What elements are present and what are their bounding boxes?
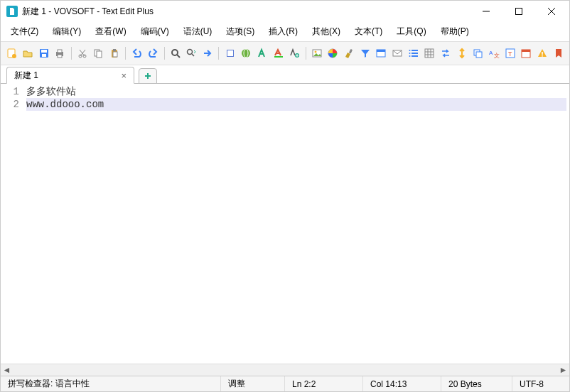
toolbar-separator [125, 47, 126, 60]
scroll-right-icon[interactable]: ► [557, 364, 569, 376]
svg-text:T: T [508, 50, 512, 58]
text-line-current: www.ddooo.com [26, 98, 566, 111]
undo-icon[interactable] [130, 45, 144, 61]
toolbar-separator [218, 47, 219, 60]
svg-text:A: A [489, 50, 493, 56]
toolbar-separator [164, 47, 165, 60]
find-icon[interactable] [168, 45, 182, 61]
svg-rect-27 [227, 50, 233, 56]
save-icon[interactable] [37, 45, 50, 61]
svg-line-23 [177, 55, 180, 58]
svg-rect-45 [425, 49, 434, 58]
line-gutter: 1 2 [1, 84, 23, 364]
scroll-track[interactable] [13, 364, 557, 376]
svg-rect-37 [377, 50, 385, 52]
brush-icon[interactable] [343, 45, 356, 61]
close-button[interactable] [535, 1, 568, 22]
window-icon[interactable] [375, 45, 388, 61]
image-icon[interactable] [310, 45, 323, 61]
minimize-button[interactable] [470, 1, 502, 22]
copy-icon[interactable] [92, 45, 105, 61]
menu-file[interactable]: 文件(Z) [4, 23, 45, 40]
menu-syntax[interactable]: 语法(U) [176, 23, 220, 40]
svg-rect-59 [542, 55, 543, 57]
svg-rect-8 [41, 50, 47, 53]
warning-icon[interactable] [536, 45, 549, 61]
svg-text:文: 文 [494, 53, 500, 59]
svg-rect-18 [97, 51, 102, 58]
sort-icon[interactable] [455, 45, 468, 61]
text-line: 多多软件站 [26, 85, 566, 98]
menu-text[interactable]: 文本(T) [348, 23, 389, 40]
book-icon[interactable] [223, 45, 237, 61]
new-file-icon[interactable] [5, 45, 18, 61]
maximize-button[interactable] [502, 1, 535, 22]
goto-icon[interactable] [201, 45, 215, 61]
svg-rect-58 [542, 52, 543, 55]
app-icon [6, 6, 18, 17]
print-icon[interactable] [53, 45, 67, 61]
status-bytes: 20 Bytes [441, 376, 512, 391]
svg-point-33 [314, 51, 316, 53]
redo-icon[interactable] [146, 45, 160, 61]
svg-rect-35 [349, 49, 353, 54]
status-spellcheck[interactable]: 拼写检查器: 语言中性 [1, 376, 221, 391]
tab-bar: 新建 1 × [1, 65, 569, 84]
tab-active[interactable]: 新建 1 × [6, 67, 134, 84]
tab-close-icon[interactable]: × [121, 70, 127, 81]
grid-icon[interactable] [423, 45, 436, 61]
duplicate-icon[interactable] [471, 45, 485, 61]
font-color-icon[interactable] [271, 45, 285, 61]
font-icon[interactable] [256, 45, 269, 61]
filter-icon[interactable] [358, 45, 372, 61]
menu-other[interactable]: 其他(X) [305, 23, 348, 40]
svg-point-22 [172, 50, 178, 55]
svg-rect-51 [476, 52, 482, 58]
cut-icon[interactable] [75, 45, 89, 61]
svg-rect-30 [274, 56, 283, 58]
svg-line-16 [80, 50, 85, 56]
svg-rect-9 [42, 54, 46, 57]
menu-insert[interactable]: 插入(R) [262, 23, 305, 40]
menu-help[interactable]: 帮助(P) [434, 23, 476, 40]
menu-edit[interactable]: 编辑(Y) [45, 23, 88, 40]
world-icon[interactable] [240, 45, 253, 61]
svg-line-25 [192, 54, 194, 56]
calendar-icon[interactable] [520, 45, 533, 61]
svg-point-43 [409, 53, 410, 54]
svg-line-15 [80, 50, 85, 56]
line-number: 2 [1, 98, 19, 111]
toolbar-separator [71, 47, 72, 60]
svg-point-42 [409, 50, 410, 51]
open-file-icon[interactable] [21, 45, 35, 61]
list-icon[interactable] [407, 45, 420, 61]
toolbar-separator [306, 47, 306, 60]
status-encoding[interactable]: UTF-8 [512, 376, 569, 391]
svg-rect-57 [522, 50, 530, 52]
line-number: 1 [1, 85, 19, 98]
text-box-icon[interactable]: T [503, 45, 517, 61]
translate-icon[interactable]: A文 [488, 45, 501, 61]
status-adjust[interactable]: 调整 [221, 376, 285, 391]
color-wheel-icon[interactable] [326, 45, 340, 61]
paste-icon[interactable] [108, 45, 122, 61]
scroll-left-icon[interactable]: ◄ [1, 364, 13, 376]
text-content[interactable]: 多多软件站 www.ddooo.com [23, 84, 569, 364]
font-add-icon[interactable] [288, 45, 301, 61]
svg-point-24 [188, 50, 193, 55]
find-replace-icon[interactable] [185, 45, 198, 61]
bookmark-icon[interactable] [552, 45, 565, 61]
menu-tools[interactable]: 工具(Q) [389, 23, 433, 40]
horizontal-scrollbar[interactable]: ◄ ► [1, 364, 569, 376]
new-tab-button[interactable] [139, 68, 157, 84]
status-bar: 拼写检查器: 语言中性 调整 Ln 2:2 Col 14:13 20 Bytes… [1, 376, 569, 391]
menu-options[interactable]: 选项(S) [219, 23, 262, 40]
menu-bar: 文件(Z) 编辑(Y) 查看(W) 编码(V) 语法(U) 选项(S) 插入(R… [1, 22, 569, 41]
tab-label: 新建 1 [14, 70, 38, 82]
menu-encode[interactable]: 编码(V) [134, 23, 176, 40]
menu-view[interactable]: 查看(W) [88, 23, 133, 40]
mail-icon[interactable] [391, 45, 404, 61]
editor-area[interactable]: 1 2 多多软件站 www.ddooo.com [1, 84, 569, 364]
swap-icon[interactable] [439, 45, 453, 61]
status-column: Col 14:13 [363, 376, 441, 391]
